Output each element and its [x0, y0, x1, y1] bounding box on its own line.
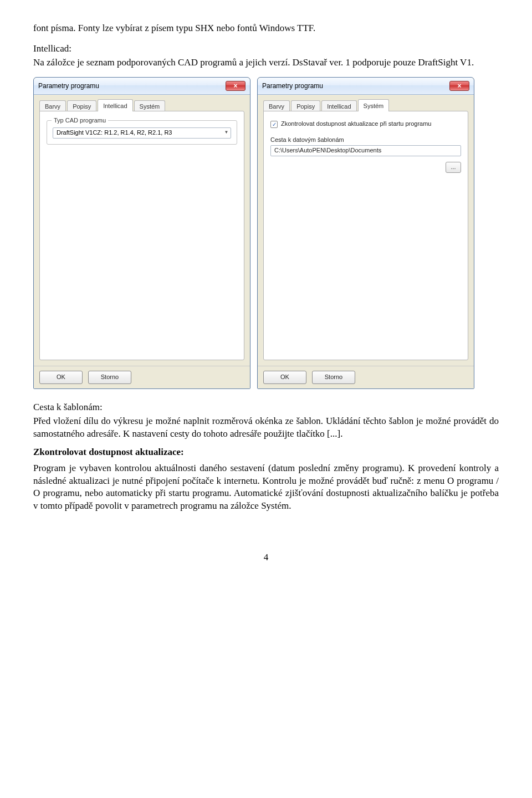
- client-area: Barvy Popisy Intellicad Systém ✓ Zkontro…: [258, 95, 474, 366]
- close-icon: ×: [457, 83, 461, 89]
- intellicad-label-text: Intellicad:: [33, 43, 71, 54]
- zkontrolovat-label-text: Zkontrolovat dostupnost aktualizace:: [33, 447, 184, 457]
- template-path-input[interactable]: C:\Users\AutoPEN\Desktop\Documents: [270, 145, 461, 156]
- check-update-row: ✓ Zkontrolovat dostupnost aktualizace př…: [270, 120, 461, 128]
- dialog-footer: OK Storno: [34, 366, 250, 388]
- heading-cesta: Cesta k šablonám:: [33, 401, 499, 414]
- page-number: 4: [33, 551, 499, 564]
- browse-button[interactable]: ...: [446, 162, 461, 173]
- client-area: Barvy Popisy Intellicad Systém Typ CAD p…: [34, 95, 250, 366]
- dialog-intellicad: Parametry programu × Barvy Popisy Intell…: [33, 77, 250, 389]
- dialog-system: Parametry programu × Barvy Popisy Intell…: [257, 77, 474, 389]
- paragraph-3: Před vložení dílu do výkresu je možné na…: [33, 415, 499, 441]
- paragraph-1: font písma. Fonty lze vybírat z písem ty…: [33, 22, 499, 35]
- tab-barvy[interactable]: Barvy: [39, 100, 66, 112]
- tab-popisy[interactable]: Popisy: [67, 100, 96, 112]
- groupbox-cad-type: Typ CAD programu DraftSight V1CZ: R1.2, …: [47, 120, 237, 145]
- heading-intellicad: Intellicad:: [33, 43, 499, 55]
- ok-button[interactable]: OK: [263, 371, 306, 384]
- heading-zkontrolovat: Zkontrolovat dostupnost aktualizace:: [33, 446, 499, 459]
- tab-popisy[interactable]: Popisy: [291, 100, 320, 112]
- window-title: Parametry programu: [38, 81, 99, 90]
- tab-strip: Barvy Popisy Intellicad Systém: [263, 99, 468, 111]
- titlebar: Parametry programu ×: [258, 78, 474, 95]
- cesta-label-text: Cesta k šablonám:: [33, 402, 103, 412]
- combo-value: DraftSight V1CZ: R1.2, R1.4, R2, R2.1, R…: [53, 129, 222, 137]
- tab-intellicad[interactable]: Intellicad: [321, 100, 356, 112]
- check-update-label: Zkontrolovat dostupnost aktualizace při …: [281, 120, 431, 128]
- groupbox-legend: Typ CAD programu: [52, 116, 108, 125]
- paragraph-4: Program je vybaven kontrolou aktuálnosti…: [33, 462, 499, 513]
- tab-system[interactable]: Systém: [134, 100, 166, 112]
- ok-button[interactable]: OK: [39, 371, 83, 384]
- titlebar: Parametry programu ×: [34, 78, 250, 95]
- tab-page: Typ CAD programu DraftSight V1CZ: R1.2, …: [39, 111, 244, 360]
- tab-intellicad[interactable]: Intellicad: [98, 99, 132, 111]
- cad-type-combo[interactable]: DraftSight V1CZ: R1.2, R1.4, R2, R2.1, R…: [53, 127, 231, 139]
- tab-system[interactable]: Systém: [358, 99, 390, 111]
- close-icon: ×: [233, 83, 237, 89]
- tab-strip: Barvy Popisy Intellicad Systém: [39, 99, 244, 111]
- window-title: Parametry programu: [262, 81, 323, 90]
- chevron-down-icon: ▼: [222, 128, 231, 138]
- tab-page: ✓ Zkontrolovat dostupnost aktualizace př…: [263, 111, 468, 360]
- template-path-label: Cesta k datovým šablonám: [270, 136, 461, 144]
- close-button[interactable]: ×: [226, 81, 245, 91]
- close-button[interactable]: ×: [449, 81, 469, 91]
- tab-barvy[interactable]: Barvy: [263, 100, 290, 112]
- dialogs-row: Parametry programu × Barvy Popisy Intell…: [33, 77, 499, 389]
- check-update-checkbox[interactable]: ✓: [270, 121, 278, 128]
- paragraph-2: Na záložce je seznam podporovaných CAD p…: [33, 57, 499, 69]
- storno-button[interactable]: Storno: [312, 371, 355, 384]
- dialog-footer: OK Storno: [258, 366, 474, 388]
- storno-button[interactable]: Storno: [88, 371, 131, 384]
